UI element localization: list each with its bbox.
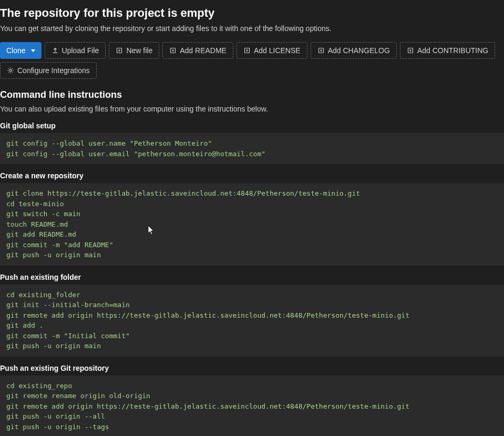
- push-repo-heading: Push an existing Git repository: [0, 364, 504, 372]
- push-repo-code[interactable]: cd existing_repo git remote rename origi…: [0, 376, 504, 437]
- global-setup-heading: Git global setup: [0, 121, 504, 130]
- cli-desc: You can also upload existing files from …: [0, 105, 504, 113]
- create-repo-heading: Create a new repository: [0, 171, 504, 180]
- configure-label: Configure Integrations: [17, 66, 90, 75]
- plus-icon: [116, 47, 123, 54]
- upload-icon: [52, 47, 59, 54]
- svg-point-5: [9, 69, 12, 72]
- add-changelog-button[interactable]: Add CHANGELOG: [311, 42, 397, 59]
- action-bar: Clone Upload File New file Add README Ad…: [0, 42, 504, 79]
- new-file-button[interactable]: New file: [109, 42, 159, 59]
- configure-integrations-button[interactable]: Configure Integrations: [0, 62, 97, 79]
- plus-icon: [317, 47, 325, 54]
- page-title: The repository for this project is empty: [0, 0, 504, 24]
- cli-title: Command line instructions: [0, 89, 504, 100]
- add-readme-label: Add README: [180, 46, 227, 55]
- plus-icon: [407, 47, 414, 54]
- new-file-label: New file: [126, 46, 152, 55]
- add-changelog-label: Add CHANGELOG: [328, 46, 390, 55]
- upload-file-button[interactable]: Upload File: [45, 42, 106, 59]
- gear-icon: [7, 67, 14, 74]
- plus-icon: [169, 47, 177, 54]
- clone-button[interactable]: Clone: [0, 42, 42, 59]
- push-folder-heading: Push an existing folder: [0, 273, 504, 281]
- upload-label: Upload File: [62, 46, 99, 55]
- push-folder-code[interactable]: cd existing_folder git init --initial-br…: [0, 285, 504, 357]
- global-setup-code[interactable]: git config --global user.name "Petherson…: [0, 133, 504, 164]
- page-subtitle: You can get started by cloning the repos…: [0, 24, 504, 33]
- add-license-label: Add LICENSE: [254, 46, 301, 55]
- add-readme-button[interactable]: Add README: [162, 42, 233, 59]
- add-contributing-button[interactable]: Add CONTRIBUTING: [400, 42, 495, 59]
- plus-icon: [243, 47, 251, 54]
- clone-label: Clone: [6, 46, 26, 55]
- create-repo-code[interactable]: git clone https://teste-gitlab.jelastic.…: [0, 183, 504, 266]
- add-license-button[interactable]: Add LICENSE: [236, 42, 307, 59]
- chevron-down-icon: [31, 49, 35, 52]
- add-contributing-label: Add CONTRIBUTING: [417, 46, 488, 55]
